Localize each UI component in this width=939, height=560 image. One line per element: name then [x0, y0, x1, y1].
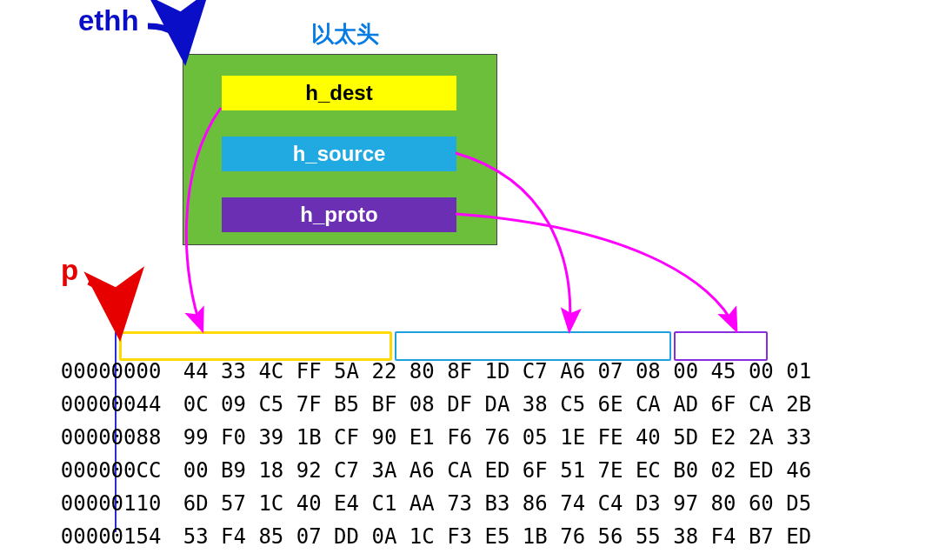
field-h-source: h_source	[222, 137, 456, 171]
ethernet-header-title: 以太头	[311, 19, 379, 50]
ethh-label: ethh	[78, 4, 139, 37]
hex-row-5: 00000154 53 F4 85 07 DD 0A 1C F3 E5 1B 7…	[10, 500, 929, 560]
p-label: p	[61, 254, 78, 287]
field-h-proto: h_proto	[222, 197, 456, 232]
hex-bytes: 53 F4 85 07 DD 0A 1C F3 E5 1B 76 56 55 3…	[183, 524, 811, 549]
arrow-p	[89, 282, 119, 330]
ethernet-struct-box: h_dest h_source h_proto	[183, 54, 497, 245]
arrow-proto-to-bytes	[456, 214, 736, 329]
diagram-canvas: ethh 以太头 h_dest h_source h_proto p 00000…	[0, 0, 939, 560]
field-h-dest: h_dest	[222, 76, 456, 110]
arrow-ethh	[148, 26, 184, 54]
hex-offset: 00000154	[61, 524, 158, 549]
